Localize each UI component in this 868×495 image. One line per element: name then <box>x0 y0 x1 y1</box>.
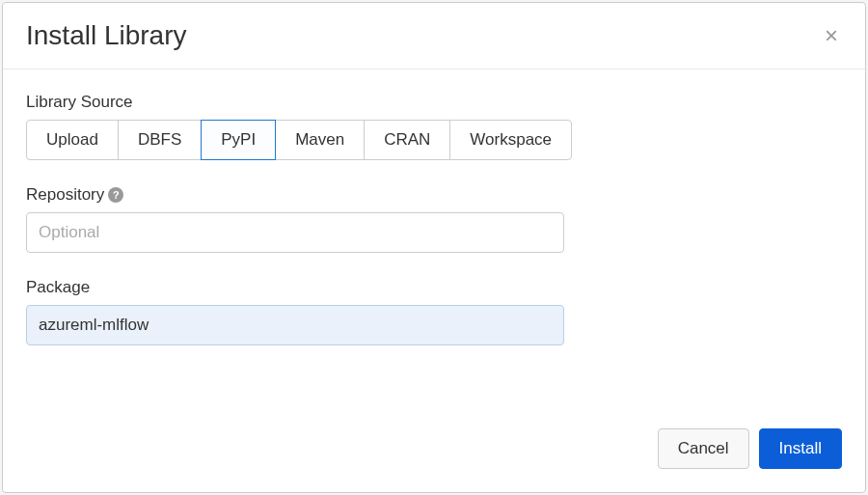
repository-label-text: Repository <box>26 185 104 205</box>
install-button[interactable]: Install <box>759 428 842 469</box>
source-option-cran[interactable]: CRAN <box>364 120 450 160</box>
source-option-pypi[interactable]: PyPI <box>201 120 276 160</box>
library-source-button-group: Upload DBFS PyPI Maven CRAN Workspace <box>26 120 842 160</box>
repository-input[interactable] <box>26 212 564 253</box>
package-label: Package <box>26 278 842 297</box>
library-source-label: Library Source <box>26 93 842 112</box>
package-input[interactable] <box>26 305 564 345</box>
source-option-maven[interactable]: Maven <box>275 120 365 160</box>
library-source-field: Library Source Upload DBFS PyPI Maven CR… <box>26 93 842 160</box>
dialog-body: Library Source Upload DBFS PyPI Maven CR… <box>3 69 865 409</box>
source-option-workspace[interactable]: Workspace <box>449 120 572 160</box>
repository-label: Repository ? <box>26 185 842 205</box>
close-button[interactable]: × <box>821 24 842 47</box>
source-option-upload[interactable]: Upload <box>26 120 119 160</box>
install-library-dialog: Install Library × Library Source Upload … <box>2 2 866 493</box>
package-field: Package <box>26 278 842 345</box>
repository-field: Repository ? <box>26 185 842 253</box>
dialog-header: Install Library × <box>3 3 865 69</box>
dialog-footer: Cancel Install <box>3 409 865 492</box>
cancel-button[interactable]: Cancel <box>658 428 749 469</box>
source-option-dbfs[interactable]: DBFS <box>118 120 202 160</box>
help-icon[interactable]: ? <box>108 187 123 203</box>
dialog-title: Install Library <box>26 20 187 51</box>
close-icon: × <box>825 22 838 48</box>
